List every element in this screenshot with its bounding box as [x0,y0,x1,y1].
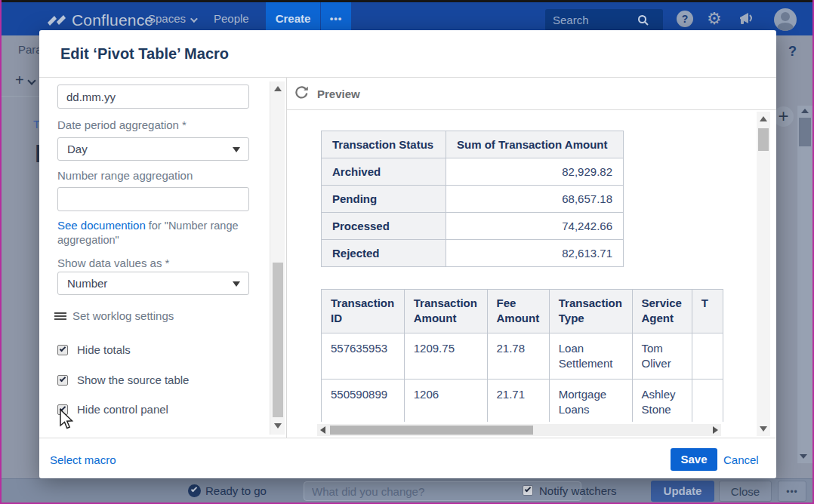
column-header: Fee Amount [487,290,549,333]
dialog-title: Edit ‘Pivot Table’ Macro [60,45,229,63]
footer-more-button[interactable]: ••• [778,481,806,502]
page-help-mark[interactable]: ? [788,44,797,60]
notify-watchers-label: Notify watchers [539,484,617,497]
editor-footer-bar: Ready to go Notify watchers Update Close… [0,478,814,502]
show-values-select[interactable]: Number [57,272,249,295]
column-header: Transaction ID [322,290,405,333]
column-header: Sum of Transaction Amount [446,131,624,158]
cursor-icon [59,409,76,432]
show-source-table-row[interactable]: Show the source table [57,373,189,386]
scroll-left-icon[interactable] [320,426,325,434]
search-box[interactable] [545,9,663,31]
table-row: Rejected 82,613.71 [322,240,624,267]
chevron-down-icon [190,15,198,23]
add-element-button[interactable]: + [773,106,794,127]
app-title: Confluence [72,11,153,29]
scroll-up-icon[interactable] [801,109,809,113]
cancel-link[interactable]: Cancel [723,453,759,466]
help-icon[interactable]: ? [677,11,693,27]
refresh-icon[interactable] [294,86,309,100]
macro-form-pane: Date period aggregation * Day Number ran… [39,78,287,438]
dropdown-arrow-icon [233,147,240,152]
preview-v-thumb[interactable] [758,128,769,151]
number-range-input[interactable] [57,187,249,211]
table-row: Archived 82,929.82 [322,158,624,186]
editor-toolbar-divider [0,96,39,97]
capture-frame [0,0,814,2]
search-input[interactable] [545,14,636,26]
show-source-table-checkbox[interactable] [57,375,68,386]
preview-header: Preview [287,78,776,110]
hamburger-icon [54,311,66,321]
select-macro-link[interactable]: Select macro [50,453,116,466]
scroll-right-icon[interactable] [713,426,718,434]
documentation-note: See documention for "Number range aggreg… [57,218,255,247]
source-table-viewport: Transaction ID Transaction Amount Fee Am… [321,289,723,422]
notify-watchers-checkbox[interactable] [523,485,533,496]
status-label: Ready to go [205,484,267,497]
table-row: 557635953 1209.75 21.78 Loan Settlement … [322,333,723,380]
dropdown-arrow-icon [233,281,240,287]
gear-icon[interactable]: ⚙ [707,8,722,29]
save-button[interactable]: Save [671,448,717,471]
table-row: 550590899 1206 21.71 Mortgage Loans Ashl… [322,380,723,423]
source-table: Transaction ID Transaction Amount Fee Am… [321,289,723,422]
column-header: Service Agent [632,290,692,333]
page-scrollbar[interactable] [797,106,812,463]
update-button[interactable]: Update [651,481,714,502]
page-scrollbar-thumb[interactable] [799,118,811,146]
dialog-footer: Select macro Save Cancel [39,438,776,478]
column-header: T [692,290,723,333]
capture-frame [0,0,2,504]
column-header: Transaction Type [549,290,632,333]
confluence-logo[interactable]: Confluence [47,11,153,29]
form-scrollbar[interactable] [270,81,285,435]
worklog-settings-button[interactable]: Set worklog settings [54,309,174,322]
hide-totals-checkbox[interactable] [57,345,68,355]
avatar[interactable] [774,8,797,31]
column-header: Transaction Amount [404,290,487,333]
megaphone-icon[interactable] [738,11,755,26]
search-icon[interactable] [637,14,649,26]
edit-macro-dialog: Edit ‘Pivot Table’ Macro Date period agg… [39,30,776,478]
number-range-label: Number range aggregation [57,169,193,182]
preview-pane: Preview Transaction Status Sum of Transa… [287,78,776,438]
date-period-select[interactable]: Day [57,137,249,161]
show-values-label: Show data values as * [57,257,169,269]
scroll-down-icon[interactable] [760,426,767,432]
app-root: Para + T F ? + Confluence Spaces People … [0,0,814,504]
preview-h-thumb[interactable] [330,426,533,435]
scroll-up-icon[interactable] [274,86,282,91]
check-circle-icon [188,484,201,497]
see-documentation-link[interactable]: See documention [57,219,146,232]
dialog-header: Edit ‘Pivot Table’ Macro [39,30,776,78]
table-row: Processed 74,242.66 [322,213,624,240]
confluence-logo-icon [47,14,66,27]
form-scrollbar-thumb[interactable] [273,263,283,417]
editor-insert-plus-button[interactable]: + [15,72,24,89]
preview-h-scrollbar[interactable] [317,424,721,436]
preview-title: Preview [317,88,360,100]
editor-paragraph-dropdown-fragment[interactable]: Para [18,43,42,56]
date-period-label: Date period aggregation * [57,118,187,131]
hide-totals-row[interactable]: Hide totals [57,343,131,356]
table-row: Pending 68,657.18 [322,186,624,213]
pivot-result-table: Transaction Status Sum of Transaction Am… [321,131,624,267]
column-header: Transaction Status [322,131,446,158]
scroll-down-icon[interactable] [274,423,282,429]
preview-v-scrollbar[interactable] [757,112,770,436]
date-format-input[interactable] [57,85,249,109]
close-button[interactable]: Close [719,481,772,502]
scroll-down-icon[interactable] [800,454,807,459]
scroll-up-icon[interactable] [760,116,767,121]
